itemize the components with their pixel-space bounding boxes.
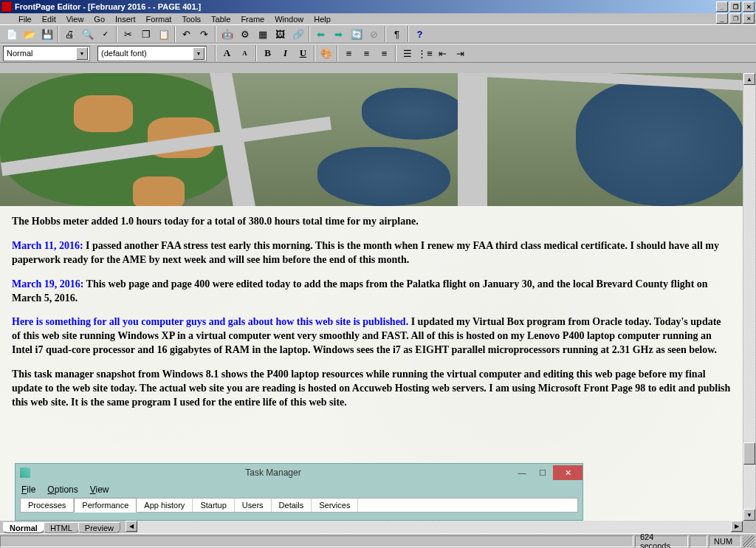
new-button[interactable]: 📄 xyxy=(3,26,20,42)
paragraph[interactable]: Here is something for all you computer g… xyxy=(12,315,731,357)
app-icon xyxy=(1,1,12,12)
inline-link[interactable]: Here is something for all you computer g… xyxy=(12,316,408,327)
cut-button[interactable]: ✂ xyxy=(120,26,137,42)
tm-minimize-button[interactable]: — xyxy=(512,465,532,480)
decrease-indent-button[interactable]: ⇤ xyxy=(434,45,451,61)
style-combo[interactable]: Normal ▼ xyxy=(3,46,90,61)
tm-menu-bar: File Options View xyxy=(16,482,583,498)
mdi-minimize-button[interactable]: _ xyxy=(716,13,728,24)
increase-indent-button[interactable]: ⇥ xyxy=(452,45,469,61)
align-center-button[interactable]: ≡ xyxy=(358,45,375,61)
close-button[interactable]: ✕ xyxy=(743,1,755,12)
toolbar-sep xyxy=(395,45,396,61)
menu-edit[interactable]: Edit xyxy=(37,14,61,24)
paste-button[interactable]: 📋 xyxy=(155,26,172,42)
minimize-button[interactable]: _ xyxy=(716,1,728,12)
copy-button[interactable]: ❐ xyxy=(137,26,154,42)
tm-close-button[interactable]: ✕ xyxy=(553,465,583,480)
tm-tab-processes[interactable]: Processes xyxy=(21,499,74,512)
toolbar-sep xyxy=(215,26,216,42)
menu-insert[interactable]: Insert xyxy=(110,14,141,24)
toolbar-sep xyxy=(385,26,386,42)
menu-format[interactable]: Format xyxy=(141,14,177,24)
menu-frame[interactable]: Frame xyxy=(236,14,269,24)
italic-button[interactable]: I xyxy=(277,45,294,61)
view-tab-preview[interactable]: Preview xyxy=(78,522,120,533)
tm-maximize-button[interactable]: ☐ xyxy=(532,465,553,480)
preview-button[interactable]: 🔍 xyxy=(79,26,96,42)
view-tab-html[interactable]: HTML xyxy=(44,522,79,533)
menu-tools[interactable]: Tools xyxy=(176,14,206,24)
scroll-left-button[interactable]: ◀ xyxy=(126,521,137,532)
insert-image-button[interactable]: 🖼 xyxy=(272,26,289,42)
print-button[interactable]: 🖨 xyxy=(61,26,78,42)
insert-component-button[interactable]: ⚙ xyxy=(236,26,253,42)
insert-table-button[interactable]: ▦ xyxy=(254,26,271,42)
redo-button[interactable]: ↷ xyxy=(196,26,213,42)
date-link[interactable]: March 19, 2016: xyxy=(12,278,83,290)
tm-menu-view[interactable]: View xyxy=(90,484,109,495)
text-color-button[interactable]: 🎨 xyxy=(317,45,334,61)
open-button[interactable]: 📂 xyxy=(21,26,38,42)
back-button[interactable]: ⬅ xyxy=(312,26,329,42)
toolbar-sep xyxy=(314,45,315,61)
menu-file[interactable]: File xyxy=(13,14,37,24)
underline-button[interactable]: U xyxy=(295,45,312,61)
hscroll-track[interactable] xyxy=(137,521,731,533)
menu-go[interactable]: Go xyxy=(89,14,110,24)
tm-tab-users[interactable]: Users xyxy=(235,499,272,512)
mdi-restore-button[interactable]: ❐ xyxy=(729,13,741,24)
refresh-button[interactable]: 🔄 xyxy=(348,26,365,42)
tm-tab-app-history[interactable]: App history xyxy=(137,499,193,512)
menu-view[interactable]: View xyxy=(61,14,89,24)
show-paragraph-button[interactable]: ¶ xyxy=(388,26,405,42)
align-left-button[interactable]: ≡ xyxy=(340,45,357,61)
scroll-up-button[interactable]: ▲ xyxy=(743,73,755,85)
tm-tab-services[interactable]: Services xyxy=(312,499,358,512)
forward-button[interactable]: ➡ xyxy=(330,26,347,42)
spellcheck-button[interactable]: ✓ xyxy=(97,26,114,42)
tm-tab-startup[interactable]: Startup xyxy=(193,499,234,512)
vertical-scrollbar[interactable]: ▲ ▼ xyxy=(743,73,756,521)
dropdown-arrow-icon: ▼ xyxy=(193,47,205,60)
menu-table[interactable]: Table xyxy=(206,14,236,24)
tm-title-bar: Task Manager — ☐ ✕ xyxy=(16,464,583,482)
tm-tab-performance[interactable]: Performance xyxy=(74,498,137,513)
increase-font-button[interactable]: A xyxy=(219,45,236,61)
bold-button[interactable]: B xyxy=(259,45,276,61)
toolbar-sep xyxy=(174,26,176,42)
save-button[interactable]: 💾 xyxy=(38,26,55,42)
restore-button[interactable]: ❐ xyxy=(729,1,741,12)
stop-button[interactable]: ⊘ xyxy=(365,26,382,42)
toolbar-sep xyxy=(255,45,257,61)
view-tab-normal[interactable]: Normal xyxy=(3,522,44,533)
webbot-button[interactable]: 🤖 xyxy=(219,26,236,42)
scroll-down-button[interactable]: ▼ xyxy=(743,509,755,521)
decrease-font-button[interactable]: A xyxy=(236,45,253,61)
numbered-list-button[interactable]: ☰ xyxy=(399,45,416,61)
scroll-right-button[interactable]: ▶ xyxy=(731,521,743,532)
mdi-close-button[interactable]: ✕ xyxy=(743,13,755,24)
hyperlink-button[interactable]: 🔗 xyxy=(289,26,306,42)
status-message-pane xyxy=(0,535,633,547)
resize-grip-icon[interactable] xyxy=(743,535,755,547)
document-body[interactable]: The Hobbs meter added 1.0 hours today fo… xyxy=(0,206,743,429)
tm-tab-details[interactable]: Details xyxy=(272,499,312,512)
help-button[interactable]: ? xyxy=(411,26,428,42)
menu-window[interactable]: Window xyxy=(269,14,309,24)
paragraph[interactable]: The Hobbs meter added 1.0 hours today fo… xyxy=(12,215,731,229)
paragraph[interactable]: March 11, 2016: I passed another FAA str… xyxy=(12,239,731,267)
menu-help[interactable]: Help xyxy=(309,14,336,24)
undo-button[interactable]: ↶ xyxy=(178,26,195,42)
date-link[interactable]: March 11, 2016: xyxy=(12,240,83,251)
tm-menu-file[interactable]: File xyxy=(21,484,35,495)
paragraph[interactable]: March 19, 2016: This web page and page 4… xyxy=(12,278,731,306)
horizontal-scrollbar[interactable]: ◀ ▶ xyxy=(126,521,743,533)
bullet-list-button[interactable]: ⋮≡ xyxy=(416,45,433,61)
font-combo[interactable]: (default font) ▼ xyxy=(97,46,207,61)
tm-menu-options[interactable]: Options xyxy=(47,484,78,495)
paragraph[interactable]: This task manager snapshot from Windows … xyxy=(12,368,731,410)
scroll-thumb[interactable] xyxy=(743,442,755,465)
document-canvas[interactable]: The Hobbs meter added 1.0 hours today fo… xyxy=(0,73,743,521)
align-right-button[interactable]: ≡ xyxy=(376,45,393,61)
